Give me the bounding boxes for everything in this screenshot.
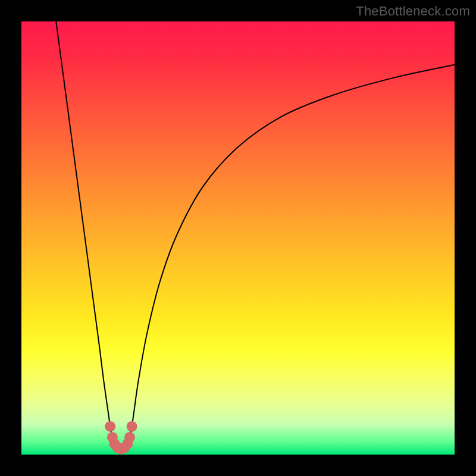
bottleneck-marker <box>127 421 137 432</box>
bottleneck-marker <box>105 421 115 432</box>
chart-svg <box>21 21 455 455</box>
watermark-text: TheBottleneck.com <box>356 4 470 19</box>
bottleneck-marker <box>124 432 135 443</box>
curve-left-branch <box>56 21 114 444</box>
chart-plot-area <box>21 21 455 455</box>
bottleneck-markers <box>105 421 137 455</box>
curve-right-branch <box>127 65 455 444</box>
